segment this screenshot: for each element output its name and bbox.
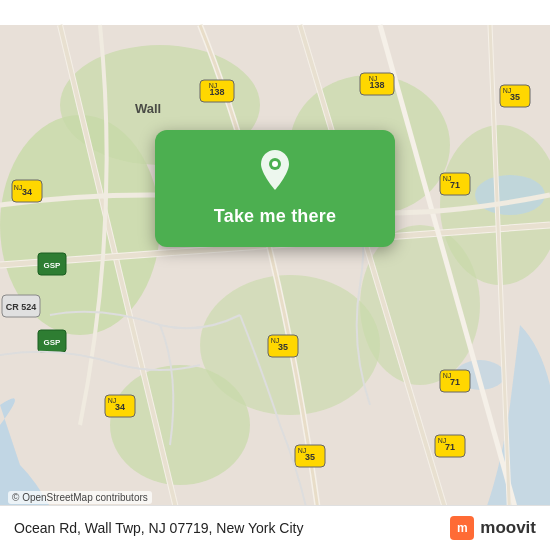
svg-point-8: [475, 175, 545, 215]
take-me-there-button[interactable]: Take me there: [214, 202, 336, 231]
svg-text:NJ: NJ: [271, 337, 280, 344]
svg-text:34: 34: [115, 402, 125, 412]
svg-text:NJ: NJ: [443, 372, 452, 379]
svg-text:NJ: NJ: [209, 82, 218, 89]
svg-text:NJ: NJ: [443, 175, 452, 182]
map-container: 34 NJ 35 NJ 35 NJ 34 NJ 138 NJ 138 NJ 71…: [0, 0, 550, 550]
svg-text:NJ: NJ: [108, 397, 117, 404]
location-card: Take me there: [155, 130, 395, 247]
moovit-logo-text: moovit: [480, 518, 536, 538]
svg-text:35: 35: [510, 92, 520, 102]
svg-text:34: 34: [22, 187, 32, 197]
address-text: Ocean Rd, Wall Twp, NJ 07719, New York C…: [14, 520, 303, 536]
svg-text:71: 71: [450, 377, 460, 387]
svg-text:NJ: NJ: [369, 75, 378, 82]
map-background: 34 NJ 35 NJ 35 NJ 34 NJ 138 NJ 138 NJ 71…: [0, 0, 550, 550]
svg-text:NJ: NJ: [298, 447, 307, 454]
svg-text:GSP: GSP: [44, 338, 62, 347]
svg-text:71: 71: [445, 442, 455, 452]
bottom-bar: Ocean Rd, Wall Twp, NJ 07719, New York C…: [0, 505, 550, 550]
svg-text:GSP: GSP: [44, 261, 62, 270]
svg-text:NJ: NJ: [438, 437, 447, 444]
svg-text:CR 524: CR 524: [6, 302, 37, 312]
svg-text:35: 35: [278, 342, 288, 352]
svg-point-6: [110, 365, 250, 485]
svg-point-57: [272, 161, 278, 167]
moovit-icon: m: [450, 516, 474, 540]
svg-text:NJ: NJ: [503, 87, 512, 94]
svg-text:Wall: Wall: [135, 101, 161, 116]
svg-text:NJ: NJ: [14, 184, 23, 191]
osm-attribution: © OpenStreetMap contributors: [8, 491, 152, 504]
svg-text:71: 71: [450, 180, 460, 190]
moovit-logo: m moovit: [450, 516, 536, 540]
location-pin-icon: [253, 148, 297, 192]
svg-text:35: 35: [305, 452, 315, 462]
